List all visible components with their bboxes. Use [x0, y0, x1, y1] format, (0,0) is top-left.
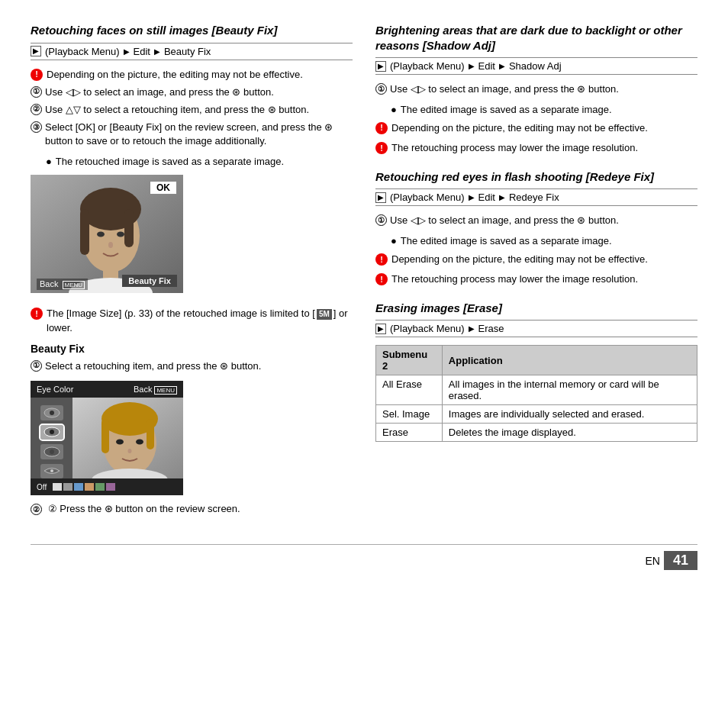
- step3-num: ③: [31, 121, 42, 133]
- color-block-1: [53, 483, 62, 491]
- redeye-fix-title: Retouching red eyes in flash shooting [R…: [375, 169, 697, 185]
- redeye-bullet: ● The edited image is saved as a separat…: [391, 235, 697, 246]
- page-footer: EN 41: [31, 544, 697, 570]
- svg-point-27: [136, 440, 143, 445]
- footer-en-label: EN: [646, 555, 660, 567]
- review-image-container: OK Beauty Fix Back MENU: [31, 175, 353, 293]
- nav-arrow1: ▶: [124, 47, 130, 56]
- shadow-adj-title: Brightening areas that are dark due to b…: [375, 23, 697, 53]
- redeye-fix-nav: ▶ (Playback Menu) ▶ Edit ▶ Redeye Fix: [375, 188, 697, 206]
- color-block-6: [106, 483, 115, 491]
- erase-nav-text: (Playback Menu): [390, 323, 465, 334]
- retouched-bullet: ● The retouched image is saved as a sepa…: [46, 156, 353, 167]
- bf-step1-text: Select a retouching item, and press the …: [45, 359, 261, 373]
- erase-section: Erasing images [Erase] ▶ (Playback Menu)…: [375, 301, 697, 443]
- nav-arrow2: ▶: [154, 47, 160, 56]
- svg-point-17: [50, 469, 53, 472]
- instruction-step3: ③ Select [OK] or [Beauty Fix] on the rev…: [31, 121, 353, 148]
- note-text: The [Image Size] (p. 33) of the retouche…: [47, 307, 353, 334]
- instruction-step2: ② Use △▽ to select a retouching item, an…: [31, 103, 353, 117]
- eyecolor-menu-icon: MENU: [154, 386, 177, 395]
- redeye-note2: ! The retouching process may lower the i…: [375, 272, 697, 286]
- redeye-warn2: !: [375, 273, 388, 285]
- warn-icon: !: [31, 69, 43, 81]
- svg-point-9: [117, 232, 124, 237]
- erase-nav-item: Erase: [478, 323, 504, 334]
- svg-point-14: [50, 430, 54, 434]
- eye-option-2: [40, 425, 63, 440]
- svg-point-16: [50, 449, 54, 454]
- size-badge: 5M: [317, 309, 332, 320]
- erase-play-icon: ▶: [375, 324, 386, 334]
- redeye-play-icon: ▶: [375, 192, 386, 203]
- beauty-fix-title: Retouching faces on still images [Beauty…: [31, 23, 353, 38]
- shadow-adj-steps: ① Use ◁▷ to select an image, and press t…: [375, 82, 697, 96]
- svg-point-26: [116, 440, 124, 445]
- eye-option-1: [40, 405, 63, 420]
- shadow-note2-text: The retouching process may lower the ima…: [391, 141, 638, 155]
- redeye-step1: ① Use ◁▷ to select an image, and press t…: [375, 214, 697, 227]
- shadow-bullet-text: The edited image is saved as a separate …: [401, 104, 612, 115]
- color-block-2: [63, 483, 72, 491]
- beauty-fix-section: Retouching faces on still images [Beauty…: [31, 23, 353, 293]
- svg-rect-23: [147, 419, 154, 449]
- erase-table-row-2: Sel. Image Images are individually selec…: [376, 405, 697, 424]
- shadow-nav-text: (Playback Menu): [390, 60, 465, 72]
- beauty-fix-step1-list: ① Select a retouching item, and press th…: [31, 359, 353, 373]
- bf-step1-num: ①: [31, 360, 42, 372]
- nav-beauty-fix: Beauty Fix: [164, 46, 211, 57]
- svg-point-28: [128, 449, 132, 453]
- redeye-note1-text: Depending on the picture, the editing ma…: [391, 253, 648, 266]
- erase-table-header-submenu: Submenu 2: [376, 346, 443, 375]
- svg-rect-5: [124, 209, 134, 247]
- bullet-text: The retouched image is saved as a separa…: [56, 156, 284, 167]
- eye-option-4: [40, 464, 63, 479]
- eyecolor-label: Eye Color: [37, 385, 73, 394]
- shadow-nav-item: Shadow Adj: [509, 60, 562, 72]
- erase-submenu-2: Sel. Image: [376, 405, 443, 424]
- menu-icon: MENU: [63, 281, 85, 289]
- bf-step1: ① Select a retouching item, and press th…: [31, 359, 353, 373]
- bf-step2-text: ② Press the ⊛ button on the review scree…: [48, 503, 240, 514]
- erase-app-3: Deletes the image displayed.: [442, 424, 697, 442]
- image-size-note: ! The [Image Size] (p. 33) of the retouc…: [31, 307, 353, 334]
- shadow-nav-arrow2: ▶: [499, 62, 505, 70]
- face-photo-svg: [72, 398, 183, 478]
- step2-text: Use △▽ to select a retouching item, and …: [45, 103, 309, 117]
- redeye-nav-edit: Edit: [478, 192, 495, 203]
- shadow-step1-num: ①: [375, 83, 387, 95]
- eyecolor-photo: [72, 398, 183, 478]
- off-label: Off: [37, 483, 47, 491]
- shadow-play-icon: ▶: [375, 61, 386, 72]
- redeye-bullet-text: The edited image is saved as a separate …: [401, 235, 612, 246]
- color-block-5: [95, 483, 105, 491]
- bullet-dot: ●: [46, 156, 52, 167]
- ok-label: OK: [150, 181, 177, 195]
- svg-rect-4: [80, 209, 89, 255]
- erase-table-row-3: Erase Deletes the image displayed.: [376, 424, 697, 442]
- redeye-steps: ① Use ◁▷ to select an image, and press t…: [375, 214, 697, 227]
- redeye-nav-arrow1: ▶: [469, 193, 475, 201]
- warn-text: Depending on the picture, the editing ma…: [47, 68, 303, 82]
- review-image-inner: OK Beauty Fix Back MENU: [31, 175, 183, 293]
- instruction-warn: ! Depending on the picture, the editing …: [31, 68, 353, 82]
- erase-nav: ▶ (Playback Menu) ▶ Erase: [375, 320, 697, 337]
- beauty-fix-nav: ▶ (Playback Menu) ▶ Edit ▶ Beauty Fix: [31, 43, 353, 60]
- beauty-fix-subtitle: Beauty Fix: [31, 343, 353, 355]
- eyecolor-image-container: Eye Color Back MENU: [31, 381, 353, 495]
- shadow-bullet: ● The edited image is saved as a separat…: [391, 104, 697, 115]
- nav-text: (Playback Menu): [45, 46, 120, 57]
- eye-icon-2: [41, 425, 63, 439]
- playback-icon: ▶: [31, 46, 41, 56]
- shadow-warn1: !: [375, 122, 388, 134]
- erase-submenu-1: All Erase: [376, 375, 443, 405]
- shadow-note1-text: Depending on the picture, the editing ma…: [391, 121, 648, 135]
- svg-point-12: [50, 411, 54, 415]
- erase-table-header-application: Application: [442, 346, 697, 375]
- redeye-nav-arrow2: ▶: [499, 193, 505, 201]
- redeye-step1-text: Use ◁▷ to select an image, and press the…: [390, 214, 619, 227]
- beauty-fix-label: Beauty Fix: [122, 275, 177, 287]
- redeye-fix-section: Retouching red eyes in flash shooting [R…: [375, 169, 697, 287]
- instruction-step1: ① Use ◁▷ to select an image, and press t…: [31, 85, 353, 99]
- nav-edit: Edit: [134, 46, 150, 57]
